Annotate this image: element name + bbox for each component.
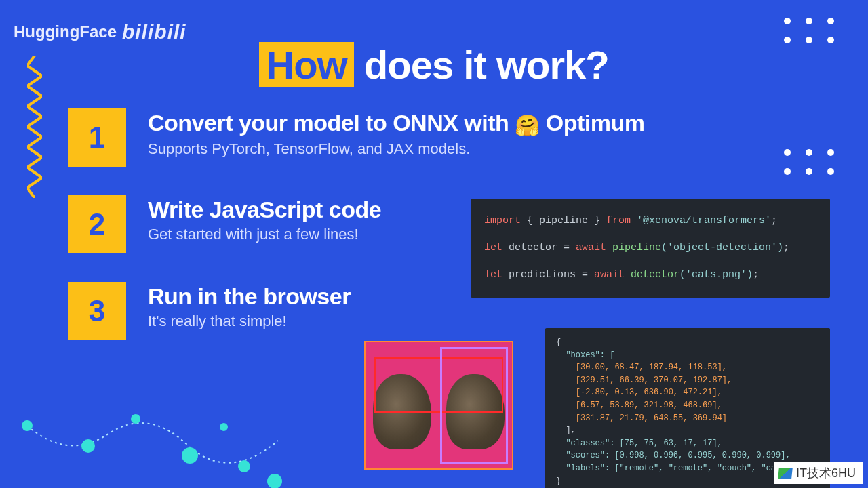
code-example-js: import { pipeline } from '@xenova/transf… — [471, 199, 830, 298]
svg-point-2 — [131, 414, 140, 424]
step-1: 1 Convert your model to ONNX with 🤗 Opti… — [68, 108, 827, 167]
svg-point-6 — [267, 474, 282, 488]
step-number: 1 — [68, 108, 126, 167]
step-number: 2 — [68, 195, 126, 253]
step-title: Run in the browser — [148, 283, 351, 310]
step-subtitle: Get started with just a few lines! — [148, 226, 381, 243]
svg-point-0 — [22, 420, 33, 431]
scatter-decoration — [20, 393, 305, 488]
watermark-icon — [778, 468, 793, 479]
dots-decoration-top — [784, 18, 837, 43]
svg-point-4 — [238, 460, 250, 472]
watermark-badge: IT技术6HU — [774, 462, 863, 484]
step-title: Convert your model to ONNX with 🤗 Optimu… — [148, 110, 644, 138]
title-highlight: How — [259, 42, 353, 87]
step-number: 3 — [68, 282, 126, 340]
detection-preview-image — [364, 341, 513, 470]
svg-point-3 — [182, 447, 198, 464]
svg-point-1 — [81, 439, 95, 453]
svg-point-5 — [220, 423, 228, 431]
bilibili-logo-text: bilibili — [122, 20, 186, 43]
step-subtitle: It's really that simple! — [148, 312, 351, 330]
step-title: Write JavaScript code — [148, 197, 381, 223]
bbox-cat — [440, 347, 507, 463]
watermark-text: IT技术6HU — [796, 465, 856, 481]
title-rest: does it work? — [354, 43, 609, 87]
logo-row: HuggingFace bilibili — [14, 20, 186, 43]
huggingface-logo-text: HuggingFace — [14, 22, 117, 41]
hugging-face-icon: 🤗 — [515, 114, 540, 136]
page-title: How does it work? — [0, 42, 868, 87]
step-subtitle: Supports PyTorch, TensorFlow, and JAX mo… — [148, 140, 644, 158]
